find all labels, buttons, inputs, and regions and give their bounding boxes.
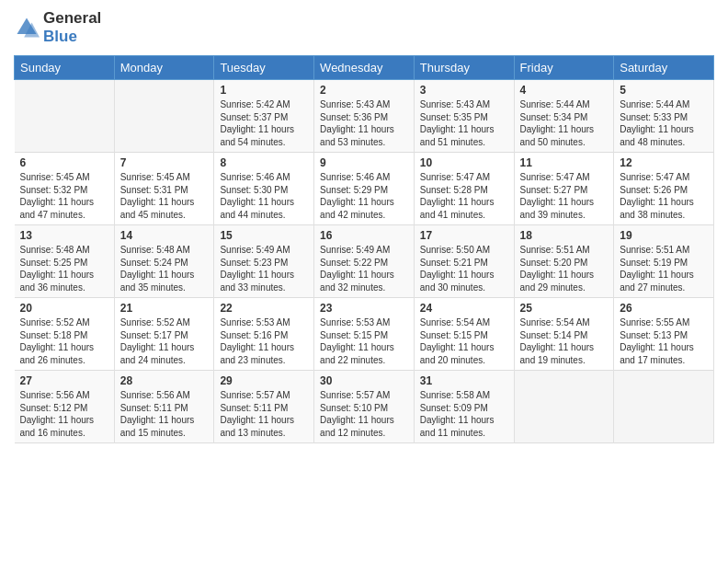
day-number: 5 — [620, 84, 708, 97]
weekday-header-row: SundayMondayTuesdayWednesdayThursdayFrid… — [15, 56, 714, 80]
calendar-cell — [614, 371, 714, 443]
calendar-cell: 28 Sunrise: 5:56 AMSunset: 5:11 PMDaylig… — [114, 371, 214, 443]
calendar-cell — [514, 371, 614, 443]
day-number: 11 — [520, 156, 609, 169]
day-number: 6 — [20, 156, 108, 169]
weekday-header-friday: Friday — [514, 56, 614, 80]
calendar-table: SundayMondayTuesdayWednesdayThursdayFrid… — [14, 55, 714, 443]
day-number: 9 — [320, 156, 408, 169]
cell-content: Sunrise: 5:56 AMSunset: 5:12 PMDaylight:… — [20, 389, 108, 439]
cell-content: Sunrise: 5:51 AMSunset: 5:20 PMDaylight:… — [520, 244, 609, 293]
calendar-cell: 13 Sunrise: 5:48 AMSunset: 5:25 PMDaylig… — [15, 225, 115, 298]
day-number: 23 — [320, 302, 408, 315]
cell-content: Sunrise: 5:51 AMSunset: 5:19 PMDaylight:… — [620, 244, 708, 293]
cell-content: Sunrise: 5:44 AMSunset: 5:33 PMDaylight:… — [620, 98, 708, 148]
cell-content: Sunrise: 5:43 AMSunset: 5:36 PMDaylight:… — [320, 98, 408, 148]
cell-content: Sunrise: 5:43 AMSunset: 5:35 PMDaylight:… — [420, 98, 508, 148]
day-number: 7 — [120, 156, 209, 169]
day-number: 16 — [320, 229, 408, 242]
cell-content: Sunrise: 5:57 AMSunset: 5:11 PMDaylight:… — [220, 389, 308, 439]
cell-content: Sunrise: 5:49 AMSunset: 5:22 PMDaylight:… — [320, 244, 408, 293]
calendar-cell: 23 Sunrise: 5:53 AMSunset: 5:15 PMDaylig… — [314, 298, 415, 371]
calendar-cell: 31 Sunrise: 5:58 AMSunset: 5:09 PMDaylig… — [414, 371, 514, 443]
calendar-week-row: 1 Sunrise: 5:42 AMSunset: 5:37 PMDayligh… — [15, 80, 714, 153]
calendar-cell: 16 Sunrise: 5:49 AMSunset: 5:22 PMDaylig… — [314, 225, 415, 298]
calendar-cell: 27 Sunrise: 5:56 AMSunset: 5:12 PMDaylig… — [15, 371, 115, 443]
cell-content: Sunrise: 5:48 AMSunset: 5:24 PMDaylight:… — [120, 244, 209, 293]
day-number: 4 — [520, 84, 609, 97]
day-number: 25 — [520, 302, 609, 315]
calendar-cell: 11 Sunrise: 5:47 AMSunset: 5:27 PMDaylig… — [514, 153, 614, 225]
calendar-cell: 2 Sunrise: 5:43 AMSunset: 5:36 PMDayligh… — [314, 80, 415, 153]
day-number: 17 — [420, 229, 508, 242]
calendar-cell — [15, 80, 115, 153]
calendar-week-row: 20 Sunrise: 5:52 AMSunset: 5:18 PMDaylig… — [15, 298, 714, 371]
weekday-header-wednesday: Wednesday — [314, 56, 415, 80]
cell-content: Sunrise: 5:56 AMSunset: 5:11 PMDaylight:… — [120, 389, 209, 439]
day-number: 8 — [220, 156, 308, 169]
calendar-cell: 29 Sunrise: 5:57 AMSunset: 5:11 PMDaylig… — [214, 371, 314, 443]
weekday-header-sunday: Sunday — [15, 56, 115, 80]
calendar-cell: 22 Sunrise: 5:53 AMSunset: 5:16 PMDaylig… — [214, 298, 314, 371]
cell-content: Sunrise: 5:53 AMSunset: 5:15 PMDaylight:… — [320, 316, 408, 366]
calendar-cell: 9 Sunrise: 5:46 AMSunset: 5:29 PMDayligh… — [314, 153, 415, 225]
logo: General Blue — [14, 9, 101, 46]
cell-content: Sunrise: 5:45 AMSunset: 5:31 PMDaylight:… — [120, 171, 209, 221]
cell-content: Sunrise: 5:45 AMSunset: 5:32 PMDaylight:… — [20, 171, 108, 221]
cell-content: Sunrise: 5:52 AMSunset: 5:18 PMDaylight:… — [20, 316, 108, 366]
header: General Blue — [14, 9, 714, 46]
cell-content: Sunrise: 5:50 AMSunset: 5:21 PMDaylight:… — [420, 244, 508, 293]
calendar-cell: 24 Sunrise: 5:54 AMSunset: 5:15 PMDaylig… — [414, 298, 514, 371]
day-number: 10 — [420, 156, 508, 169]
day-number: 28 — [120, 374, 209, 387]
calendar-week-row: 27 Sunrise: 5:56 AMSunset: 5:12 PMDaylig… — [15, 371, 714, 443]
cell-content: Sunrise: 5:58 AMSunset: 5:09 PMDaylight:… — [420, 389, 508, 439]
cell-content: Sunrise: 5:47 AMSunset: 5:27 PMDaylight:… — [520, 171, 609, 221]
day-number: 14 — [120, 229, 209, 242]
calendar-cell: 15 Sunrise: 5:49 AMSunset: 5:23 PMDaylig… — [214, 225, 314, 298]
calendar-cell: 6 Sunrise: 5:45 AMSunset: 5:32 PMDayligh… — [15, 153, 115, 225]
calendar-cell: 26 Sunrise: 5:55 AMSunset: 5:13 PMDaylig… — [614, 298, 714, 371]
day-number: 3 — [420, 84, 508, 97]
cell-content: Sunrise: 5:54 AMSunset: 5:15 PMDaylight:… — [420, 316, 508, 366]
calendar-cell: 4 Sunrise: 5:44 AMSunset: 5:34 PMDayligh… — [514, 80, 614, 153]
calendar-cell: 25 Sunrise: 5:54 AMSunset: 5:14 PMDaylig… — [514, 298, 614, 371]
day-number: 15 — [220, 229, 308, 242]
day-number: 26 — [620, 302, 708, 315]
cell-content: Sunrise: 5:46 AMSunset: 5:30 PMDaylight:… — [220, 171, 308, 221]
calendar-cell — [114, 80, 214, 153]
day-number: 27 — [20, 374, 108, 387]
calendar-cell: 5 Sunrise: 5:44 AMSunset: 5:33 PMDayligh… — [614, 80, 714, 153]
weekday-header-saturday: Saturday — [614, 56, 714, 80]
logo-text: General — [43, 9, 101, 28]
day-number: 22 — [220, 302, 308, 315]
day-number: 31 — [420, 374, 508, 387]
logo-text-blue: Blue — [43, 28, 101, 46]
cell-content: Sunrise: 5:54 AMSunset: 5:14 PMDaylight:… — [520, 316, 609, 366]
day-number: 1 — [220, 84, 308, 97]
cell-content: Sunrise: 5:44 AMSunset: 5:34 PMDaylight:… — [520, 98, 609, 148]
calendar-cell: 14 Sunrise: 5:48 AMSunset: 5:24 PMDaylig… — [114, 225, 214, 298]
day-number: 24 — [420, 302, 508, 315]
day-number: 30 — [320, 374, 408, 387]
calendar-week-row: 6 Sunrise: 5:45 AMSunset: 5:32 PMDayligh… — [15, 153, 714, 225]
calendar-cell: 7 Sunrise: 5:45 AMSunset: 5:31 PMDayligh… — [114, 153, 214, 225]
calendar-cell: 8 Sunrise: 5:46 AMSunset: 5:30 PMDayligh… — [214, 153, 314, 225]
cell-content: Sunrise: 5:53 AMSunset: 5:16 PMDaylight:… — [220, 316, 308, 366]
calendar-cell: 18 Sunrise: 5:51 AMSunset: 5:20 PMDaylig… — [514, 225, 614, 298]
calendar-cell: 30 Sunrise: 5:57 AMSunset: 5:10 PMDaylig… — [314, 371, 415, 443]
day-number: 19 — [620, 229, 708, 242]
logo-icon — [14, 15, 40, 40]
day-number: 20 — [20, 302, 108, 315]
calendar-cell: 17 Sunrise: 5:50 AMSunset: 5:21 PMDaylig… — [414, 225, 514, 298]
weekday-header-tuesday: Tuesday — [214, 56, 314, 80]
calendar-cell: 20 Sunrise: 5:52 AMSunset: 5:18 PMDaylig… — [15, 298, 115, 371]
calendar-cell: 19 Sunrise: 5:51 AMSunset: 5:19 PMDaylig… — [614, 225, 714, 298]
day-number: 18 — [520, 229, 609, 242]
day-number: 29 — [220, 374, 308, 387]
calendar-page: General Blue SundayMondayTuesdayWednesda… — [0, 0, 728, 563]
day-number: 12 — [620, 156, 708, 169]
calendar-cell: 10 Sunrise: 5:47 AMSunset: 5:28 PMDaylig… — [414, 153, 514, 225]
cell-content: Sunrise: 5:57 AMSunset: 5:10 PMDaylight:… — [320, 389, 408, 439]
calendar-cell: 21 Sunrise: 5:52 AMSunset: 5:17 PMDaylig… — [114, 298, 214, 371]
